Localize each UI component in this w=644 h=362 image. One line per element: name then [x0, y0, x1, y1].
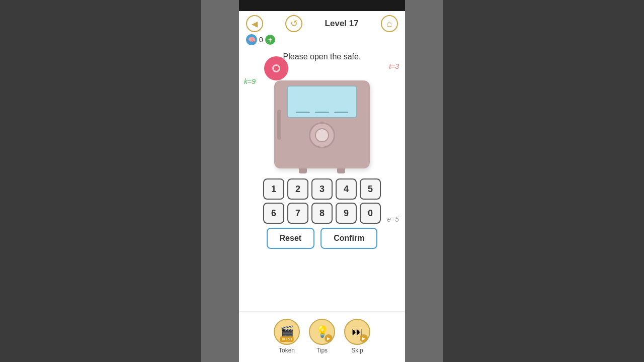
brain-icon: 🧠 [246, 34, 257, 45]
safe-dial[interactable] [309, 122, 335, 148]
safe-feet [299, 168, 345, 173]
equation-t: t=3 [389, 62, 399, 70]
confirm-button[interactable]: Confirm [320, 228, 377, 249]
num-btn-1[interactable]: 1 [263, 178, 284, 200]
num-btn-7[interactable]: 7 [287, 203, 308, 224]
safe-screen [287, 85, 357, 118]
refresh-button[interactable]: ↺ [285, 15, 302, 32]
skip-label: Skip [351, 347, 363, 354]
score-count: 0 [259, 36, 263, 44]
safe [274, 80, 370, 168]
skip-icon: ⏭ ▶ [344, 319, 370, 345]
score-row: 🧠 0 + [239, 34, 405, 45]
toolbar-token[interactable]: 🎬 ⊕+50 Token [274, 319, 300, 354]
num-btn-0[interactable]: 0 [360, 203, 381, 224]
code-dash-1 [296, 112, 310, 113]
tips-label: Tips [316, 347, 328, 354]
tips-icon: 💡 ▶ [309, 319, 335, 345]
token-icon: 🎬 ⊕+50 [274, 319, 300, 345]
numpad-row-1: 1 2 3 4 5 [263, 178, 381, 200]
level-title: Level 17 [325, 19, 359, 29]
game-area: Please open the safe. k=9 t=3 e=5 1 [239, 47, 405, 311]
safe-dial-inner [315, 128, 329, 142]
cursor-indicator [264, 56, 288, 80]
status-bar [239, 0, 405, 11]
toolbar-tips[interactable]: 💡 ▶ Tips [309, 319, 335, 354]
hint-text: Please open the safe. [283, 52, 361, 61]
token-label: Token [279, 347, 295, 354]
phone-screen: ◀ ↺ Level 17 ⌂ 🧠 0 + Please open the saf… [239, 0, 405, 362]
back-button[interactable]: ◀ [246, 15, 263, 32]
add-score-button[interactable]: + [265, 35, 275, 45]
num-btn-9[interactable]: 9 [336, 203, 357, 224]
num-btn-6[interactable]: 6 [263, 203, 284, 224]
action-row: Reset Confirm [267, 228, 378, 249]
reset-button[interactable]: Reset [267, 228, 315, 249]
numpad-row-2: 6 7 8 9 0 [263, 203, 381, 224]
num-btn-2[interactable]: 2 [287, 178, 308, 200]
num-btn-5[interactable]: 5 [360, 178, 381, 200]
code-dash-3 [334, 112, 348, 113]
num-btn-8[interactable]: 8 [311, 203, 333, 224]
equation-k: k=9 [244, 77, 256, 85]
left-overlay [0, 0, 201, 362]
bottom-toolbar: 🎬 ⊕+50 Token 💡 ▶ Tips ⏭ ▶ Skip [239, 311, 405, 362]
token-badge: ⊕+50 [280, 336, 294, 342]
home-button[interactable]: ⌂ [381, 15, 398, 32]
toolbar-skip[interactable]: ⏭ ▶ Skip [344, 319, 370, 354]
code-dash-2 [315, 112, 329, 113]
equation-e: e=5 [387, 215, 399, 223]
num-btn-3[interactable]: 3 [311, 178, 333, 200]
right-overlay [443, 0, 644, 362]
numpad: 1 2 3 4 5 6 7 8 9 0 [263, 178, 381, 224]
num-btn-4[interactable]: 4 [336, 178, 357, 200]
header: ◀ ↺ Level 17 ⌂ [239, 11, 405, 34]
